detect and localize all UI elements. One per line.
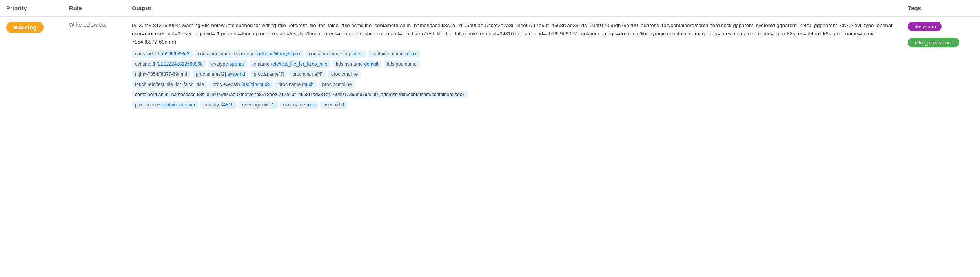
rule-text: Write below etc	[69, 22, 106, 28]
chip-proc-aname4: proc.aname[4]	[289, 70, 326, 78]
tag-filesystem[interactable]: filesystem	[908, 22, 942, 31]
chip-proc-aname3: proc.aname[3]	[251, 70, 287, 78]
chip-evt-time: evt.time 1721122248812569900	[132, 60, 206, 68]
chip-evt-type: evt.type openat	[208, 60, 247, 68]
tags-cell: filesystem mitre_persistence	[902, 16, 980, 116]
chip-proc-cmdline: proc.cmdline	[328, 70, 361, 78]
priority-badge: Warning	[6, 22, 44, 33]
chip-proc-tty: proc.tty 34816	[200, 101, 237, 109]
results-table: Priority Rule Output Tags Warning Write …	[0, 0, 980, 116]
col-header-rule: Rule	[63, 0, 126, 16]
chips-row-5: proc.pname containerd-shim proc.tty 3481…	[132, 101, 895, 109]
chip-user-uid: user.uid 0	[320, 101, 347, 109]
chips-row-4: touch /etc/test_file_for_falco_rule proc…	[132, 80, 895, 88]
chip-pod-name-val: nginx-7854ff8877-69nmd	[132, 70, 190, 78]
chip-fd-name: fd.name /etc/test_file_for_falco_rule	[250, 60, 331, 68]
chip-container-image-repo: container.image.repository docker.io/lib…	[195, 50, 304, 58]
chips-row-1: container.id ab96ff9b93e2 container.imag…	[132, 50, 895, 58]
chip-container-image-tag: container.image.tag latest	[306, 50, 366, 58]
chips-row-cmdline: containerd-shim -namespace k8s.io -id 05…	[132, 91, 895, 98]
col-header-priority: Priority	[0, 0, 63, 16]
chips-row-3: nginx-7854ff8877-69nmd proc.aname[2] sys…	[132, 70, 895, 78]
main-table-container: Priority Rule Output Tags Warning Write …	[0, 0, 980, 116]
output-cell: 09:30:48.812569904: Warning File below /…	[126, 16, 902, 116]
chip-container-id: container.id ab96ff9b93e2	[132, 50, 193, 58]
chip-proc-exepath: proc.exepath /usr/bin/touch	[209, 80, 273, 88]
chip-cmdline-val: touch /etc/test_file_for_falco_rule	[132, 80, 207, 88]
chip-user-name: user.name root	[280, 101, 318, 109]
priority-cell: Warning	[0, 16, 63, 116]
table-row: Warning Write below etc 09:30:48.8125699…	[0, 16, 980, 116]
chip-proc-aname2: proc.aname[2] systemd	[193, 70, 248, 78]
rule-cell: Write below etc	[63, 16, 126, 116]
chip-k8s-pod-name: k8s.pod.name	[384, 60, 419, 68]
col-header-output: Output	[126, 0, 902, 16]
chip-proc-pcmdline: proc.pcmdline	[319, 80, 355, 88]
chip-k8s-ns-name: k8s.ns.name default	[333, 60, 381, 68]
col-header-tags: Tags	[902, 0, 980, 16]
chip-proc-name: proc.name touch	[275, 80, 317, 88]
chips-row-2: evt.time 1721122248812569900 evt.type op…	[132, 60, 895, 68]
chip-cmdline-long: containerd-shim -namespace k8s.io -id 05…	[132, 91, 468, 98]
tag-mitre-persistence[interactable]: mitre_persistence	[908, 38, 959, 47]
chip-container-name: container.name nginx	[368, 50, 420, 58]
chip-user-loginuid: user.loginuid -1	[239, 101, 277, 109]
output-text: 09:30:48.812569904: Warning File below /…	[132, 22, 895, 46]
chip-proc-pname: proc.pname containerd-shim	[132, 101, 198, 109]
